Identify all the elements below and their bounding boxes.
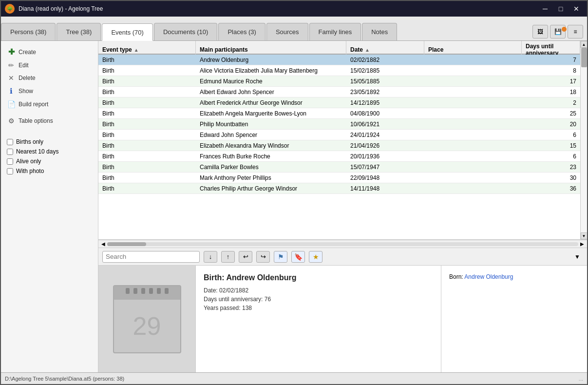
col-event-type-label: Event type bbox=[102, 46, 132, 53]
table-row[interactable]: Birth Frances Ruth Burke Roche 20/01/193… bbox=[98, 151, 580, 162]
tab-places[interactable]: Places (3) bbox=[218, 23, 266, 40]
cell-date: 02/02/1882 bbox=[346, 55, 424, 65]
delete-action[interactable]: ✕ Delete bbox=[1, 72, 98, 84]
filter-nearest-10[interactable]: Nearest 10 days bbox=[7, 147, 92, 156]
tabbar: Persons (38) Tree (38) Events (70) Docum… bbox=[1, 17, 587, 41]
table-options-label: Table options bbox=[19, 117, 53, 124]
cell-days: 6 bbox=[522, 130, 580, 140]
ring-2 bbox=[133, 288, 137, 294]
horizontal-scrollbar[interactable]: ◀ ▶ bbox=[98, 240, 587, 248]
table-row[interactable]: Birth Charles Philip Arthur George Winds… bbox=[98, 183, 580, 194]
show-action[interactable]: ℹ Show bbox=[1, 84, 98, 98]
table-row[interactable]: Birth Philip Mountbatten 10/06/1921 20 bbox=[98, 119, 580, 130]
table-row[interactable]: Birth Edward John Spencer 24/01/1924 6 bbox=[98, 130, 580, 140]
cell-person: Albert Frederick Arthur George Windsor bbox=[196, 97, 346, 108]
cell-date: 14/11/1948 bbox=[346, 183, 424, 193]
tab-tree[interactable]: Tree (38) bbox=[57, 23, 101, 40]
table-row[interactable]: Birth Albert Edward John Spencer 23/05/1… bbox=[98, 87, 580, 97]
filter-alive-only-label: Alive only bbox=[16, 158, 41, 165]
nav-up-button[interactable]: ↑ bbox=[221, 251, 235, 263]
scroll-track[interactable] bbox=[581, 48, 588, 232]
tab-persons[interactable]: Persons (38) bbox=[1, 23, 56, 40]
cell-days: 7 bbox=[522, 55, 580, 65]
maximize-button[interactable]: □ bbox=[554, 3, 568, 14]
nav-back-button[interactable]: ↩ bbox=[239, 251, 252, 263]
close-button[interactable]: ✕ bbox=[569, 3, 583, 14]
delete-label: Delete bbox=[19, 75, 36, 81]
detail-collapse-button[interactable]: ▼ bbox=[571, 251, 583, 263]
cell-event-type: Birth bbox=[98, 87, 196, 97]
nav-forward-button[interactable]: ↪ bbox=[256, 251, 270, 263]
table-row[interactable]: Birth Elizabeth Angela Marguerite Bowes-… bbox=[98, 108, 580, 119]
cell-days: 8 bbox=[522, 65, 580, 76]
filter-nearest-10-checkbox[interactable] bbox=[7, 149, 13, 155]
hscroll-right-button[interactable]: ▶ bbox=[578, 241, 586, 247]
statusbar: D:\Agelong Tree 5\sample\Diana.at5 (pers… bbox=[1, 372, 587, 384]
table-options-action[interactable]: ⚙ Table options bbox=[1, 115, 98, 127]
cell-days: 30 bbox=[522, 173, 580, 183]
table-row[interactable]: Birth Mark Anthony Peter Phillips 22/09/… bbox=[98, 173, 580, 183]
bookmark-button[interactable]: 🔖 bbox=[291, 251, 305, 263]
filter-births-only[interactable]: Births only bbox=[7, 137, 92, 147]
cell-event-type: Birth bbox=[98, 151, 196, 161]
table-row[interactable]: Birth Elizabeth Alexandra Mary Windsor 2… bbox=[98, 140, 580, 151]
cell-event-type: Birth bbox=[98, 119, 196, 129]
tab-events[interactable]: Events (70) bbox=[102, 23, 152, 41]
photos-button[interactable]: 🖼 bbox=[532, 25, 548, 38]
cell-date: 24/01/1924 bbox=[346, 130, 424, 140]
report-icon: 📄 bbox=[7, 100, 16, 108]
create-action[interactable]: ✚ Create bbox=[1, 45, 98, 59]
tab-sources[interactable]: Sources bbox=[266, 23, 308, 40]
tab-notes[interactable]: Notes bbox=[362, 23, 397, 40]
cell-event-type: Birth bbox=[98, 173, 196, 183]
ring-5 bbox=[157, 288, 161, 294]
filter-births-only-checkbox[interactable] bbox=[7, 139, 13, 145]
cell-days: 25 bbox=[522, 108, 580, 118]
cell-place bbox=[424, 87, 522, 97]
menu-button[interactable]: ≡ bbox=[568, 25, 583, 38]
edit-action[interactable]: ✏ Edit bbox=[1, 59, 98, 72]
detail-days-value: 76 bbox=[265, 296, 271, 303]
delete-icon: ✕ bbox=[7, 74, 16, 82]
bookmark-add-button[interactable]: ⚑ bbox=[274, 251, 287, 263]
scroll-up-button[interactable]: ▲ bbox=[581, 41, 588, 48]
tab-family-lines[interactable]: Family lines bbox=[309, 23, 361, 40]
hscroll-left-button[interactable]: ◀ bbox=[99, 241, 107, 247]
filter-with-photo[interactable]: With photo bbox=[7, 166, 92, 176]
search-bar: ↓ ↑ ↩ ↪ ⚑ 🔖 ★ ▼ bbox=[98, 248, 587, 265]
table-row[interactable]: Birth Alice Victoria Elizabeth Julia Mar… bbox=[98, 65, 580, 76]
filter-alive-only-checkbox[interactable] bbox=[7, 158, 13, 165]
table-row[interactable]: Birth Edmund Maurice Roche 15/05/1885 17 bbox=[98, 76, 580, 87]
nav-down-button[interactable]: ↓ bbox=[204, 251, 217, 263]
cell-days: 23 bbox=[522, 162, 580, 172]
main-area: ✚ Create ✏ Edit ✕ Delete ℹ Show 📄 Build … bbox=[1, 41, 587, 372]
hscroll-track[interactable] bbox=[107, 242, 578, 246]
build-report-action[interactable]: 📄 Build report bbox=[1, 98, 98, 111]
filter-births-only-label: Births only bbox=[16, 138, 43, 145]
cell-person: Elizabeth Angela Marguerite Bowes-Lyon bbox=[196, 108, 346, 118]
table-row[interactable]: Birth Albert Frederick Arthur George Win… bbox=[98, 97, 580, 108]
detail-born-link[interactable]: Andrew Oldenburg bbox=[464, 273, 513, 280]
scroll-down-button[interactable]: ▼ bbox=[581, 232, 588, 239]
search-input[interactable] bbox=[102, 251, 200, 263]
col-date-label: Date bbox=[350, 46, 363, 53]
detail-date-value: 02/02/1882 bbox=[219, 287, 248, 294]
minimize-button[interactable]: ─ bbox=[538, 3, 552, 14]
table-row[interactable]: Birth Andrew Oldenburg 02/02/1882 7 bbox=[98, 55, 580, 65]
cell-event-type: Birth bbox=[98, 140, 196, 151]
favorites-button[interactable]: ★ bbox=[309, 251, 322, 263]
tab-documents[interactable]: Documents (10) bbox=[154, 23, 217, 40]
filter-with-photo-checkbox[interactable] bbox=[7, 168, 13, 174]
vertical-scrollbar[interactable]: ▲ ▼ bbox=[580, 41, 587, 239]
table-row[interactable]: Birth Camilla Parker Bowles 15/07/1947 2… bbox=[98, 162, 580, 173]
cell-place bbox=[424, 119, 522, 129]
content-area: Event type ▲ Main participants Date ▲ bbox=[98, 41, 587, 372]
cell-person: Edward John Spencer bbox=[196, 130, 346, 140]
cell-days: 15 bbox=[522, 140, 580, 151]
cell-event-type: Birth bbox=[98, 130, 196, 140]
create-icon: ✚ bbox=[7, 47, 16, 57]
edit-label: Edit bbox=[19, 62, 29, 69]
filter-alive-only[interactable]: Alive only bbox=[7, 156, 92, 166]
cell-place bbox=[424, 151, 522, 161]
build-report-label: Build report bbox=[19, 101, 48, 108]
